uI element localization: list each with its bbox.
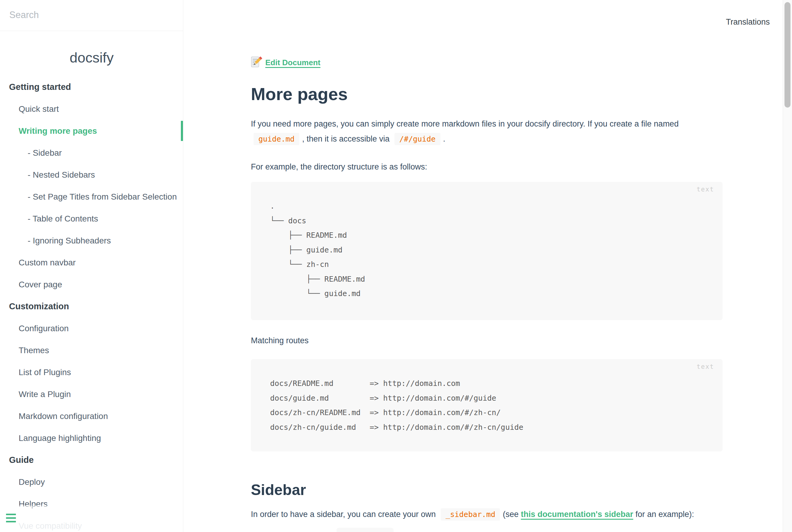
sidebar-item-deploy[interactable]: Deploy <box>0 471 183 493</box>
sidebar-item-label: Customization <box>9 302 69 311</box>
sidebar-item-quick-start[interactable]: Quick start <box>0 98 183 120</box>
matching-routes-label: Matching routes <box>251 333 727 348</box>
sidebar-item-list-of-plugins[interactable]: List of Plugins <box>0 361 183 383</box>
sidebar-item-label: Writing more pages <box>19 126 97 136</box>
sidebar-item-label: - Set Page Titles from Sidebar Selection <box>27 192 177 202</box>
sidebar-item-label: Quick start <box>19 104 59 114</box>
paragraph-text: In order to have a sidebar, you can crea… <box>251 510 436 519</box>
sidebar-section-heading: Sidebar <box>251 481 306 499</box>
sidebar-item-sidebar[interactable]: - Sidebar <box>0 142 183 164</box>
code-content: docs/README.md => http://domain.com docs… <box>270 376 523 435</box>
sidebar-item-write-a-plugin[interactable]: Write a Plugin <box>0 383 183 405</box>
page-scrollbar-thumb[interactable] <box>785 2 791 108</box>
sidebar-item-label: - Sidebar <box>27 148 62 157</box>
sidebar-item-markdown-configuration[interactable]: Markdown configuration <box>0 405 183 427</box>
app-title[interactable]: docsify <box>0 49 183 66</box>
code-content: . └── docs ├── README.md ├── guide.md └─… <box>270 199 365 301</box>
sidebar-item-label: Deploy <box>19 477 45 487</box>
paragraph-text: (see <box>503 510 519 519</box>
sidebar-item-label: Custom navbar <box>19 258 76 267</box>
sidebar-item-nested-sidebars[interactable]: - Nested Sidebars <box>0 164 183 186</box>
inline-code: _sidebar.md <box>441 508 500 520</box>
sidebar-item-set-page-titles-from-sidebar-selection[interactable]: - Set Page Titles from Sidebar Selection <box>0 186 183 208</box>
paragraph-text: , then it is accessible via <box>302 134 389 144</box>
paragraph-text: If you need more pages, you can simply c… <box>251 119 679 128</box>
sidebar-section-title: Getting started <box>0 76 183 98</box>
sidebar-toggle-button[interactable] <box>0 506 108 532</box>
sidebar-item-label: Themes <box>19 346 49 355</box>
memo-icon <box>251 56 262 69</box>
sidebar-item-label: - Ignoring Subheaders <box>27 236 111 245</box>
sidebar-item-label: - Table of Contents <box>27 214 98 223</box>
sidebar-item-writing-more-pages[interactable]: Writing more pages <box>0 120 183 142</box>
sidebar: docsify Getting startedQuick startWritin… <box>0 0 183 532</box>
sidebar-nav: Getting startedQuick startWriting more p… <box>0 76 183 532</box>
sidebar-item-label: - Nested Sidebars <box>27 170 95 179</box>
sidebar-item-label: List of Plugins <box>19 367 71 377</box>
search-box <box>0 0 183 31</box>
edit-document-link[interactable]: Edit Document <box>265 58 320 67</box>
search-input[interactable] <box>9 0 175 30</box>
sidebar-item-label: Write a Plugin <box>19 390 71 399</box>
sidebar-item-table-of-contents[interactable]: - Table of Contents <box>0 208 183 230</box>
code-language-label: text <box>696 363 714 370</box>
paragraph-text: . <box>443 134 446 144</box>
sidebar-item-label: Markdown configuration <box>19 412 108 421</box>
code-block-matching-routes: textdocs/README.md => http://domain.com … <box>251 359 722 452</box>
inline-code: /#/guide <box>394 133 440 145</box>
inline-doc-link[interactable]: this documentation's sidebar <box>521 510 633 519</box>
sidebar-section-title: Customization <box>0 296 183 317</box>
sidebar-section-title: Guide <box>0 449 183 471</box>
next-code-block-partial <box>336 528 393 532</box>
sidebar-item-label: Configuration <box>19 324 69 333</box>
sidebar-item-cover-page[interactable]: Cover page <box>0 273 183 296</box>
page-title: More pages <box>251 84 348 104</box>
intro-paragraph: If you need more pages, you can simply c… <box>251 116 727 147</box>
inline-code: guide.md <box>254 133 299 145</box>
edit-document-row: Edit Document <box>251 55 320 70</box>
nav-translations-link[interactable]: Translations <box>726 17 770 27</box>
sidebar-item-label: Language highlighting <box>19 433 101 443</box>
sidebar-item-ignoring-subheaders[interactable]: - Ignoring Subheaders <box>0 230 183 251</box>
sidebar-item-label: Cover page <box>19 280 62 289</box>
example-line: For example, the directory structure is … <box>251 159 727 174</box>
sidebar-item-label: Guide <box>9 455 34 465</box>
code-language-label: text <box>696 186 714 193</box>
sidebar-item-configuration[interactable]: Configuration <box>0 317 183 339</box>
sidebar-item-label: Getting started <box>9 82 71 92</box>
sidebar-item-themes[interactable]: Themes <box>0 339 183 361</box>
paragraph-text: for an example): <box>635 510 694 519</box>
sidebar-paragraph: In order to have a sidebar, you can crea… <box>251 507 727 522</box>
sidebar-item-language-highlighting[interactable]: Language highlighting <box>0 427 183 449</box>
code-block-directory-tree: text. └── docs ├── README.md ├── guide.m… <box>251 182 722 320</box>
page-scrollbar-track[interactable] <box>783 0 792 532</box>
sidebar-item-custom-navbar[interactable]: Custom navbar <box>0 251 183 273</box>
